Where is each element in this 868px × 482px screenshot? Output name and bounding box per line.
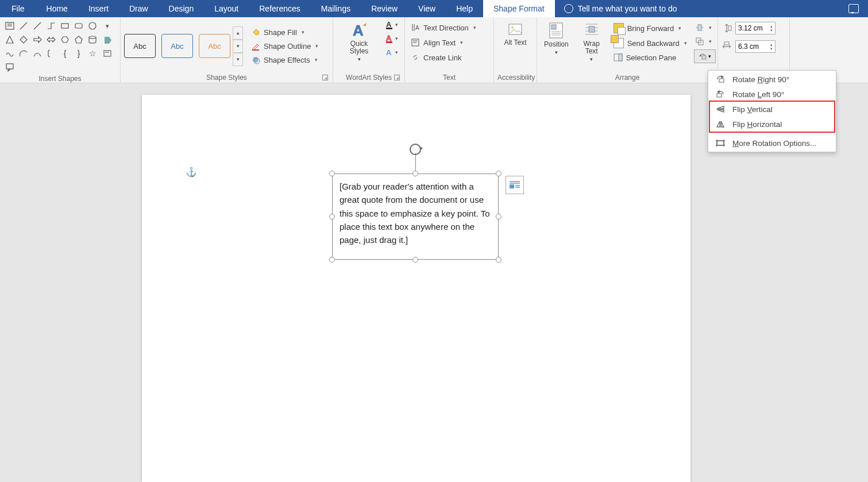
shape-doublearrow-icon[interactable] xyxy=(45,33,57,46)
shape-brace2-icon[interactable]: } xyxy=(72,47,85,60)
layout-options-button[interactable] xyxy=(506,176,524,194)
edit-shape-button[interactable] xyxy=(101,33,114,46)
shape-callout-icon[interactable] xyxy=(3,61,16,74)
comments-icon[interactable] xyxy=(848,4,859,13)
flip-vertical-item[interactable]: Flip Vertical xyxy=(708,102,836,117)
bring-forward-icon xyxy=(614,23,624,33)
selection-pane-button[interactable]: Selection Pane xyxy=(611,52,689,63)
draw-textbox-button[interactable] xyxy=(101,47,114,60)
resize-handle-sw[interactable] xyxy=(329,257,335,263)
tab-file[interactable]: File xyxy=(0,0,36,17)
align-button[interactable]: ▾ xyxy=(694,22,716,33)
height-input[interactable]: 3.12 cm▴▾ xyxy=(735,22,776,34)
shape-hexagon-icon[interactable] xyxy=(59,33,71,46)
text-effects-button[interactable]: A▾ xyxy=(385,47,401,57)
shape-cylinder-icon[interactable] xyxy=(86,33,99,46)
tab-shape-format[interactable]: Shape Format xyxy=(483,0,555,17)
shape-brace-icon[interactable]: { xyxy=(59,47,71,60)
resize-handle-n[interactable] xyxy=(412,171,418,176)
tab-view[interactable]: View xyxy=(408,0,446,17)
style-preset-2[interactable]: Abc xyxy=(161,34,193,58)
resize-handle-nw[interactable] xyxy=(329,171,335,176)
effects-icon xyxy=(251,55,260,64)
text-outline-button[interactable]: A▾ xyxy=(385,33,401,44)
shape-bracket-icon[interactable] xyxy=(45,47,57,60)
flip-vertical-icon xyxy=(715,105,726,114)
svg-marker-10 xyxy=(34,37,41,43)
selected-textbox[interactable]: [Grab your reader's attention with a gre… xyxy=(332,173,499,260)
resize-handle-w[interactable] xyxy=(329,214,335,219)
style-preset-3[interactable]: Abc xyxy=(199,34,230,58)
svg-rect-30 xyxy=(386,41,392,43)
shape-arc-icon[interactable] xyxy=(17,47,30,60)
position-button[interactable]: Position▾ xyxy=(541,20,572,57)
quick-styles-button[interactable]: A Quick Styles▾ xyxy=(337,20,381,64)
tab-references[interactable]: References xyxy=(249,0,311,17)
styles-expand[interactable]: ▾ xyxy=(233,53,243,66)
shape-line-icon[interactable] xyxy=(17,20,30,32)
wrap-text-button[interactable]: Wrap Text▾ xyxy=(577,20,607,64)
width-input[interactable]: 6.3 cm▴▾ xyxy=(735,40,776,53)
tab-help[interactable]: Help xyxy=(446,0,483,17)
shape-textbox-icon[interactable] xyxy=(3,20,16,32)
rotation-handle[interactable] xyxy=(407,141,423,157)
shape-wave-icon[interactable] xyxy=(3,47,16,60)
tell-me-search[interactable]: Tell me what you want to do xyxy=(555,4,848,13)
tab-review[interactable]: Review xyxy=(361,0,408,17)
shape-star-icon[interactable]: ☆ xyxy=(86,47,99,60)
svg-marker-13 xyxy=(75,36,82,43)
styles-scroll-down[interactable]: ▾ xyxy=(233,40,243,53)
svg-rect-79 xyxy=(717,141,724,145)
resize-handle-s[interactable] xyxy=(412,257,418,263)
rotate-button[interactable]: ▾ xyxy=(694,49,716,63)
tab-design[interactable]: Design xyxy=(159,0,205,17)
alt-text-button[interactable]: Alt Text xyxy=(500,20,530,49)
rotate-left-90-item[interactable]: Rotate Left 90° xyxy=(708,87,836,102)
shape-diamond-icon[interactable] xyxy=(17,33,30,46)
text-direction-button[interactable]: A Text Direction▾ xyxy=(408,22,479,33)
shape-fill-button[interactable]: Shape Fill▾ xyxy=(249,26,321,38)
tab-insert[interactable]: Insert xyxy=(78,0,119,17)
resize-handle-se[interactable] xyxy=(496,257,501,263)
align-icon xyxy=(695,23,704,32)
shape-arrow-icon[interactable] xyxy=(31,33,44,46)
bring-forward-button[interactable]: Bring Forward▾ xyxy=(611,22,689,34)
wordart-launcher[interactable] xyxy=(394,75,400,80)
shapes-gallery[interactable]: { } ☆ xyxy=(3,20,99,74)
shape-circle-icon[interactable] xyxy=(86,20,99,32)
shape-outline-button[interactable]: Shape Outline▾ xyxy=(249,40,321,52)
shape-styles-launcher[interactable] xyxy=(322,75,328,80)
group-button[interactable]: ▾ xyxy=(694,36,716,47)
styles-scroll-up[interactable]: ▴ xyxy=(233,26,243,40)
shape-triangle-icon[interactable] xyxy=(3,33,16,46)
send-backward-button[interactable]: Send Backward▾ xyxy=(611,37,689,49)
svg-rect-53 xyxy=(619,54,622,61)
flip-horizontal-item[interactable]: Flip Horizontal xyxy=(708,117,836,132)
svg-marker-8 xyxy=(6,36,13,43)
shape-pentagon-icon[interactable] xyxy=(72,33,85,46)
tab-mailings[interactable]: Mailings xyxy=(311,0,361,17)
shape-curve-icon[interactable] xyxy=(31,47,44,60)
shape-roundrect-icon[interactable] xyxy=(72,20,85,32)
tab-home[interactable]: Home xyxy=(36,0,78,17)
resize-handle-ne[interactable] xyxy=(496,171,501,176)
tab-layout[interactable]: Layout xyxy=(204,0,249,17)
textbox-content[interactable]: [Grab your reader's attention with a gre… xyxy=(332,173,499,260)
shape-connector-icon[interactable] xyxy=(45,20,57,32)
shape-line2-icon[interactable] xyxy=(31,20,44,32)
resize-handle-e[interactable] xyxy=(496,214,501,219)
text-fill-button[interactable]: A▾ xyxy=(385,20,401,30)
rotate-right-90-item[interactable]: Rotate Right 90° xyxy=(708,72,836,87)
shape-rect-icon[interactable] xyxy=(59,20,71,32)
tab-draw[interactable]: Draw xyxy=(119,0,159,17)
text-outline-icon: A xyxy=(385,34,394,43)
style-preset-1[interactable]: Abc xyxy=(124,34,156,58)
svg-point-14 xyxy=(89,36,96,38)
align-text-icon xyxy=(411,38,420,47)
shapes-more-button[interactable]: ▾ xyxy=(101,20,114,32)
text-fill-icon: A xyxy=(385,20,394,29)
shape-effects-button[interactable]: Shape Effects▾ xyxy=(249,54,321,65)
create-link-button[interactable]: Create Link xyxy=(408,52,479,63)
more-rotation-options-item[interactable]: More Rotation Options... xyxy=(708,136,836,151)
align-text-button[interactable]: Align Text▾ xyxy=(408,37,479,48)
